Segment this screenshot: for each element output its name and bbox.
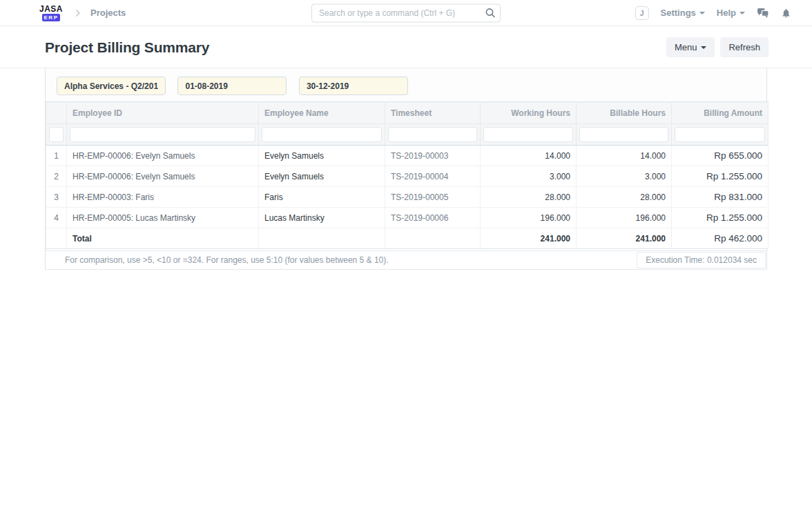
timesheet-cell[interactable]: TS-2019-00006	[385, 208, 481, 228]
navbar: JASA ERP Projects J Settings Help	[0, 0, 812, 26]
bell-icon[interactable]	[781, 8, 791, 19]
row-number	[46, 228, 67, 249]
refresh-button[interactable]: Refresh	[720, 37, 768, 57]
total-row: Total 241.000 241.000 Rp 462.000	[46, 228, 768, 249]
refresh-button-label: Refresh	[728, 42, 760, 52]
report-filters	[46, 68, 766, 101]
billable-hours-cell[interactable]: 14.000	[577, 146, 672, 166]
chevron-down-icon	[740, 12, 745, 14]
jasa-erp-logo[interactable]: JASA ERP	[39, 5, 63, 21]
execution-time: Execution Time: 0.012034 sec	[637, 252, 766, 268]
timesheet-cell[interactable]: TS-2019-00003	[385, 146, 481, 166]
header-row: Employee ID Employee Name Timesheet Work…	[46, 102, 768, 124]
chat-icon[interactable]	[757, 8, 769, 19]
employee-id-cell[interactable]: HR-EMP-00006: Evelyn Samuels	[67, 166, 259, 187]
billing-amount-cell[interactable]: Rp 1.255.000	[672, 166, 768, 187]
employee-id-cell[interactable]: HR-EMP-00006: Evelyn Samuels	[67, 146, 259, 166]
billing-amount-cell[interactable]: Rp 831.000	[672, 187, 768, 208]
row-number: 3	[46, 187, 67, 208]
row-number: 4	[46, 208, 67, 228]
report-footer: For comparison, use >5, <10 or =324. For…	[46, 250, 766, 269]
row-number-header	[46, 102, 67, 124]
billable-hours-cell[interactable]: 3.000	[577, 166, 672, 187]
report-container: Employee ID Employee Name Timesheet Work…	[45, 68, 767, 270]
chevron-down-icon	[701, 46, 706, 49]
billable-hours-filter-input[interactable]	[579, 127, 668, 142]
user-avatar[interactable]: J	[635, 6, 649, 20]
total-billing-amount: Rp 462.000	[672, 228, 768, 249]
employee-name-cell[interactable]: Faris	[259, 187, 385, 208]
row-number: 2	[46, 166, 67, 187]
help-label: Help	[717, 8, 736, 18]
logo-text-bottom: ERP	[42, 14, 61, 21]
working-hours-cell[interactable]: 196.000	[481, 208, 577, 228]
column-header-billing-amount[interactable]: Billing Amount	[672, 102, 768, 124]
total-working-hours: 241.000	[481, 228, 577, 249]
employee-name-filter-input[interactable]	[262, 127, 382, 142]
timesheet-cell[interactable]: TS-2019-00004	[385, 166, 481, 187]
logo-text-top: JASA	[39, 5, 63, 13]
working-hours-filter-input[interactable]	[483, 127, 573, 142]
table-row: 4 HR-EMP-00005: Lucas Martinsky Lucas Ma…	[46, 208, 768, 228]
timesheet-cell[interactable]: TS-2019-00005	[385, 187, 481, 208]
breadcrumb[interactable]: Projects	[90, 8, 126, 18]
column-header-timesheet[interactable]: Timesheet	[385, 102, 481, 124]
employee-name-cell[interactable]: Lucas Martinsky	[259, 208, 385, 228]
working-hours-cell[interactable]: 14.000	[481, 146, 577, 166]
billable-hours-cell[interactable]: 28.000	[577, 187, 672, 208]
row-number-filter-input[interactable]	[49, 127, 64, 142]
filter-hint-text: For comparison, use >5, <10 or =324. For…	[65, 255, 389, 265]
table-row: 2 HR-EMP-00006: Evelyn Samuels Evelyn Sa…	[46, 166, 768, 187]
column-header-working-hours[interactable]: Working Hours	[481, 102, 577, 124]
billable-hours-cell[interactable]: 196.000	[577, 208, 672, 228]
project-filter-input[interactable]	[57, 77, 166, 95]
total-timesheet-cell	[385, 228, 481, 249]
employee-id-filter-input[interactable]	[70, 127, 255, 142]
working-hours-cell[interactable]: 28.000	[481, 187, 577, 208]
search-input[interactable]	[311, 3, 501, 22]
timesheet-filter-input[interactable]	[388, 127, 477, 142]
billing-amount-cell[interactable]: Rp 1.255.000	[672, 208, 768, 228]
working-hours-cell[interactable]: 3.000	[481, 166, 577, 187]
navbar-right: J Settings Help	[635, 6, 791, 20]
column-filter-row	[46, 124, 768, 146]
employee-id-cell[interactable]: HR-EMP-00005: Lucas Martinsky	[67, 208, 259, 228]
menu-button-label: Menu	[675, 42, 697, 52]
billing-amount-filter-input[interactable]	[675, 127, 765, 142]
page-head: Project Billing Summary Menu Refresh	[0, 26, 812, 68]
breadcrumb-chevron-icon	[72, 8, 84, 19]
billing-amount-cell[interactable]: Rp 655.000	[672, 146, 768, 166]
table-row: 3 HR-EMP-00003: Faris Faris TS-2019-0000…	[46, 187, 768, 208]
page-actions: Menu Refresh	[666, 37, 768, 57]
row-number: 1	[46, 146, 67, 166]
search-icon[interactable]	[485, 7, 496, 21]
settings-dropdown[interactable]: Settings	[661, 8, 705, 18]
column-header-employee-name[interactable]: Employee Name	[259, 102, 385, 124]
to-date-filter-input[interactable]	[299, 77, 408, 95]
total-employee-name-cell	[259, 228, 385, 249]
menu-button[interactable]: Menu	[666, 37, 715, 57]
page-title: Project Billing Summary	[45, 39, 666, 56]
from-date-filter-input[interactable]	[177, 77, 287, 95]
table-row: 1 HR-EMP-00006: Evelyn Samuels Evelyn Sa…	[46, 146, 768, 166]
chevron-down-icon	[699, 12, 705, 14]
total-label: Total	[67, 228, 259, 249]
settings-label: Settings	[661, 8, 696, 18]
column-header-billable-hours[interactable]: Billable Hours	[577, 102, 672, 124]
report-table: Employee ID Employee Name Timesheet Work…	[46, 101, 768, 249]
help-dropdown[interactable]: Help	[717, 8, 745, 18]
column-header-employee-id[interactable]: Employee ID	[67, 102, 259, 124]
employee-id-cell[interactable]: HR-EMP-00003: Faris	[67, 187, 259, 208]
global-search	[311, 3, 501, 22]
employee-name-cell[interactable]: Evelyn Samuels	[259, 146, 385, 166]
total-billable-hours: 241.000	[577, 228, 672, 249]
employee-name-cell[interactable]: Evelyn Samuels	[259, 166, 385, 187]
